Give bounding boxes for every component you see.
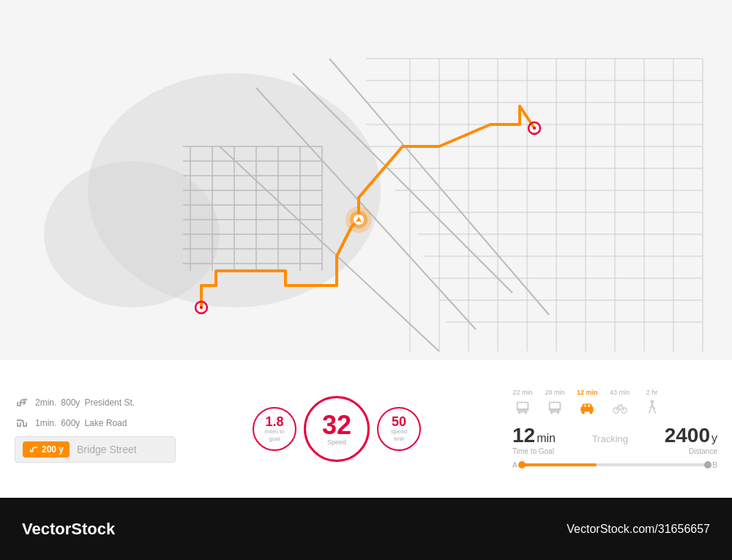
svg-point-50 <box>533 127 536 130</box>
transport-bus2[interactable]: 20 min <box>545 389 565 418</box>
tracking-block: Tracking <box>592 433 628 444</box>
progress-dot-b <box>704 461 712 468</box>
car-icon-wrap <box>577 397 597 418</box>
transport-bike[interactable]: 43 min <box>610 389 630 418</box>
time-to-goal-block: 12 min Time to Goal <box>512 424 556 455</box>
direction-row-2: 1min. 600y Lake Road <box>15 416 176 430</box>
step2-time: 1min. <box>35 418 56 428</box>
car-icon <box>578 398 597 417</box>
bus1-icon-wrap <box>512 397 533 418</box>
bottom-panel: 2min. 800y President St. 1min. 600y Lake… <box>0 359 732 498</box>
svg-marker-55 <box>25 398 28 401</box>
time-to-goal-value: 12 <box>512 424 535 447</box>
progress-fill <box>522 463 597 466</box>
svg-rect-64 <box>550 403 560 408</box>
svg-rect-67 <box>551 411 559 412</box>
bus2-time: 20 min <box>545 389 564 396</box>
time-to-goal-label: Time to Goal <box>512 447 556 455</box>
step2-street: Lake Road <box>84 418 127 428</box>
bus-icon-2 <box>547 400 563 416</box>
progress-label-b: B <box>712 461 717 469</box>
tracking-label: Tracking <box>592 433 628 444</box>
stats-row: 12 min Time to Goal Tracking 2400 y Dist… <box>512 424 717 455</box>
speed-circle-main: 32 Speed <box>304 396 370 462</box>
progress-dot-a <box>518 461 526 468</box>
svg-point-75 <box>620 403 622 406</box>
map-area <box>0 0 732 359</box>
svg-point-70 <box>590 411 593 414</box>
walk-icon <box>646 400 659 416</box>
walk-icon-wrap <box>642 397 662 418</box>
svg-point-76 <box>650 400 654 403</box>
progress-label-a: A <box>512 461 518 469</box>
watermark-right: VectorStock.com/31656657 <box>567 523 710 536</box>
distance-label: Distance <box>689 447 717 455</box>
distance-block: 2400 y Distance <box>665 424 717 455</box>
transport-walk[interactable]: 2 hr <box>642 389 662 418</box>
watermark-left: VectorStock <box>22 520 115 539</box>
svg-rect-62 <box>519 411 527 412</box>
current-street: Bridge Street <box>77 444 137 455</box>
speed-label: Speed <box>327 438 346 446</box>
svg-rect-71 <box>584 404 586 406</box>
svg-marker-56 <box>16 419 19 422</box>
svg-point-69 <box>582 411 585 414</box>
svg-rect-72 <box>588 404 590 406</box>
current-turn: 200 y Bridge Street <box>15 436 176 463</box>
walk-time: 2 hr <box>646 389 658 396</box>
bus2-icon-wrap <box>545 397 565 418</box>
progress-track[interactable] <box>522 463 709 466</box>
transport-row: 22 min 20 min <box>512 389 717 418</box>
directions-panel: 2min. 800y President St. 1min. 600y Lake… <box>15 395 176 463</box>
speed-limit-circle: 50 speedlimit <box>377 407 421 451</box>
bike-time: 43 min <box>610 389 630 396</box>
progress-bar-wrap: A B <box>512 461 717 469</box>
step1-street: President St. <box>84 397 135 408</box>
step1-time: 2min. <box>35 397 56 408</box>
miles-value: 1.8 <box>265 415 283 428</box>
turn-right-icon-1 <box>15 395 29 410</box>
bike-icon <box>612 400 628 416</box>
transport-bus1[interactable]: 22 min <box>512 389 533 418</box>
speed-limit-value: 50 <box>392 415 406 428</box>
turn-badge: 200 y <box>23 441 70 458</box>
time-to-goal-unit: min <box>537 432 556 445</box>
miles-label: miles togoal <box>264 428 285 442</box>
svg-point-48 <box>200 306 203 309</box>
speed-limit-label: speedlimit <box>391 428 407 442</box>
turn-left-icon <box>15 416 29 430</box>
distance-value: 2400 <box>665 424 710 447</box>
bus-icon-1 <box>515 400 531 416</box>
speed-value: 32 <box>322 412 351 438</box>
current-turn-icon <box>29 444 39 455</box>
svg-marker-57 <box>36 446 38 448</box>
speed-panel: 1.8 miles togoal 32 Speed 50 speedlimit <box>176 396 498 462</box>
stats-panel: 22 min 20 min <box>498 389 717 469</box>
step2-distance: 600y <box>61 418 80 428</box>
direction-row-1: 2min. 800y President St. <box>15 395 176 410</box>
miles-to-goal-circle: 1.8 miles togoal <box>253 407 296 451</box>
svg-rect-59 <box>518 403 528 408</box>
watermark-bar: VectorStock VectorStock.com/31656657 <box>0 498 732 560</box>
step1-distance: 800y <box>61 397 80 408</box>
bus1-time: 22 min <box>512 389 532 396</box>
current-distance: 200 y <box>42 444 64 455</box>
distance-unit: y <box>712 432 717 445</box>
bike-icon-wrap <box>610 397 630 418</box>
car-time: 12 min <box>577 389 598 396</box>
transport-car[interactable]: 12 min <box>577 389 598 418</box>
